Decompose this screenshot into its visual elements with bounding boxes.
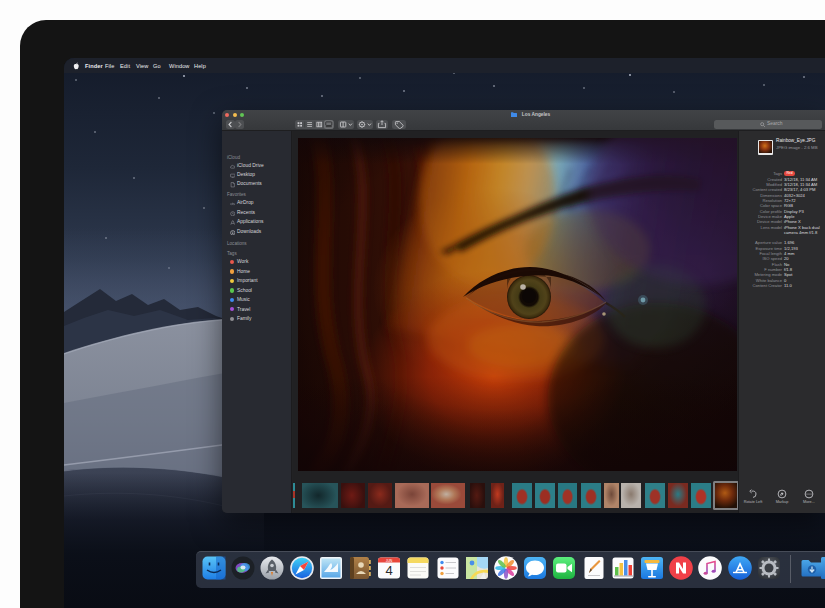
- svg-text:JUN: JUN: [386, 559, 393, 563]
- svg-text:4: 4: [386, 563, 393, 578]
